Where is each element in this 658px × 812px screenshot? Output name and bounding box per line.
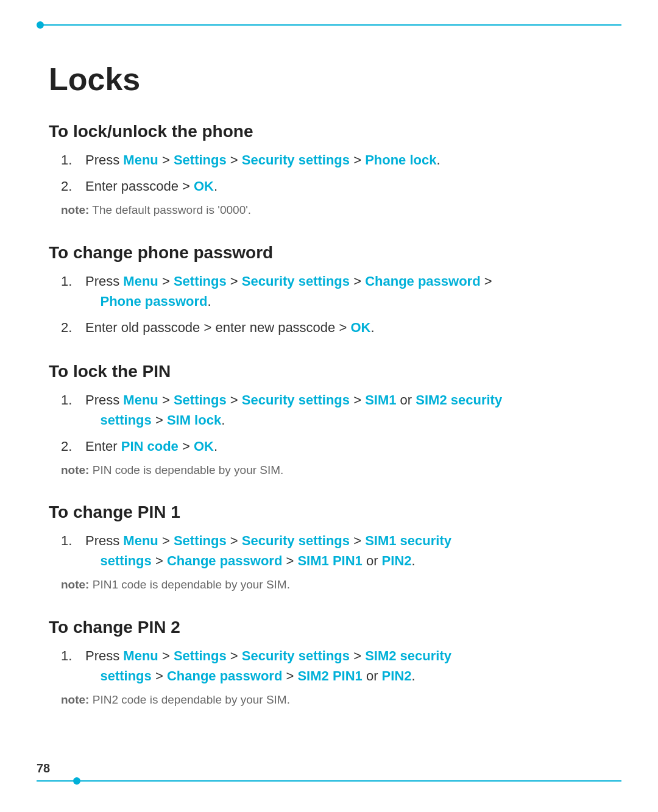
note-label: note:	[61, 203, 89, 216]
step-number: 2.	[61, 436, 85, 456]
section-title-lock-unlock: To lock/unlock the phone	[49, 122, 609, 141]
page-title: Locks	[49, 61, 609, 97]
section-change-pin2: To change PIN 2 1. Press Menu > Settings…	[49, 618, 609, 708]
menu-link: Menu	[123, 274, 158, 289]
step-item: 1. Press Menu > Settings > Security sett…	[61, 150, 609, 170]
step-content: Press Menu > Settings > Security setting…	[85, 531, 609, 571]
section-title-change-pin2: To change PIN 2	[49, 618, 609, 637]
section-note: note: The default password is '0000'.	[61, 202, 609, 219]
steps-lock-unlock: 1. Press Menu > Settings > Security sett…	[61, 150, 609, 196]
pin-code-link: PIN code	[121, 439, 179, 454]
pin2-link: PIN2	[382, 668, 412, 683]
security-settings-link: Security settings	[242, 533, 350, 548]
step-number: 1.	[61, 390, 85, 410]
settings-link: Settings	[174, 392, 227, 408]
section-lock-unlock: To lock/unlock the phone 1. Press Menu >…	[49, 122, 609, 219]
change-password-link: Change password	[167, 553, 282, 568]
note-label: note:	[61, 578, 89, 591]
page-content: Locks To lock/unlock the phone 1. Press …	[0, 0, 658, 781]
step-item: 1. Press Menu > Settings > Security sett…	[61, 531, 609, 571]
sim-lock-link: SIM lock	[167, 412, 221, 428]
step-content: Press Menu > Settings > Security setting…	[85, 646, 609, 686]
security-settings-link: Security settings	[242, 274, 350, 289]
settings-link: Settings	[174, 152, 227, 168]
step-item: 1. Press Menu > Settings > Security sett…	[61, 390, 609, 430]
step-item: 2. Enter PIN code > OK.	[61, 436, 609, 456]
steps-change-password: 1. Press Menu > Settings > Security sett…	[61, 271, 609, 337]
menu-link: Menu	[123, 648, 158, 663]
step-number: 2.	[61, 317, 85, 337]
step-content: Enter passcode > OK.	[85, 176, 609, 196]
steps-change-pin1: 1. Press Menu > Settings > Security sett…	[61, 531, 609, 571]
section-note: note: PIN1 code is dependable by your SI…	[61, 577, 609, 593]
step-number: 1.	[61, 150, 85, 170]
step-item: 1. Press Menu > Settings > Security sett…	[61, 271, 609, 311]
section-title-change-pin1: To change PIN 1	[49, 503, 609, 522]
step-item: 1. Press Menu > Settings > Security sett…	[61, 646, 609, 686]
pin2-link: PIN2	[382, 553, 412, 568]
step-content: Enter old passcode > enter new passcode …	[85, 317, 609, 337]
change-password-link: Change password	[365, 274, 480, 289]
note-label: note:	[61, 693, 89, 706]
step-number: 2.	[61, 176, 85, 196]
ok-link: OK	[194, 439, 214, 454]
settings-link: Settings	[174, 274, 227, 289]
security-settings-link: Security settings	[242, 392, 350, 408]
step-item: 2. Enter old passcode > enter new passco…	[61, 317, 609, 337]
security-settings-link: Security settings	[242, 152, 350, 168]
section-note: note: PIN2 code is dependable by your SI…	[61, 692, 609, 708]
section-change-pin1: To change PIN 1 1. Press Menu > Settings…	[49, 503, 609, 593]
page-number: 78	[37, 761, 50, 775]
bottom-decorative-line	[37, 780, 621, 782]
section-title-change-password: To change phone password	[49, 243, 609, 263]
step-content: Press Menu > Settings > Security setting…	[85, 271, 609, 311]
sim1-pin1-link: SIM1 PIN1	[297, 553, 362, 568]
step-content: Enter PIN code > OK.	[85, 436, 609, 456]
steps-change-pin2: 1. Press Menu > Settings > Security sett…	[61, 646, 609, 686]
change-password-link: Change password	[167, 668, 282, 683]
steps-lock-pin: 1. Press Menu > Settings > Security sett…	[61, 390, 609, 456]
step-number: 1.	[61, 531, 85, 551]
note-label: note:	[61, 464, 89, 476]
step-number: 1.	[61, 646, 85, 666]
sim1-link: SIM1	[365, 392, 396, 408]
section-change-password: To change phone password 1. Press Menu >…	[49, 243, 609, 337]
menu-link: Menu	[123, 392, 158, 408]
section-title-lock-pin: To lock the PIN	[49, 362, 609, 381]
menu-link: Menu	[123, 152, 158, 168]
top-decorative-line	[37, 24, 621, 26]
menu-link: Menu	[123, 533, 158, 548]
section-note: note: PIN code is dependable by your SIM…	[61, 462, 609, 479]
section-lock-pin: To lock the PIN 1. Press Menu > Settings…	[49, 362, 609, 479]
sim2-pin1-link: SIM2 PIN1	[297, 668, 362, 683]
phone-lock-link: Phone lock	[365, 152, 436, 168]
step-content: Press Menu > Settings > Security setting…	[85, 390, 609, 430]
settings-link: Settings	[174, 533, 227, 548]
step-number: 1.	[61, 271, 85, 291]
step-content: Press Menu > Settings > Security setting…	[85, 150, 609, 170]
settings-link: Settings	[174, 648, 227, 663]
ok-link: OK	[194, 178, 214, 194]
security-settings-link: Security settings	[242, 648, 350, 663]
phone-password-link: Phone password	[100, 294, 207, 309]
ok-link: OK	[350, 320, 370, 335]
step-item: 2. Enter passcode > OK.	[61, 176, 609, 196]
